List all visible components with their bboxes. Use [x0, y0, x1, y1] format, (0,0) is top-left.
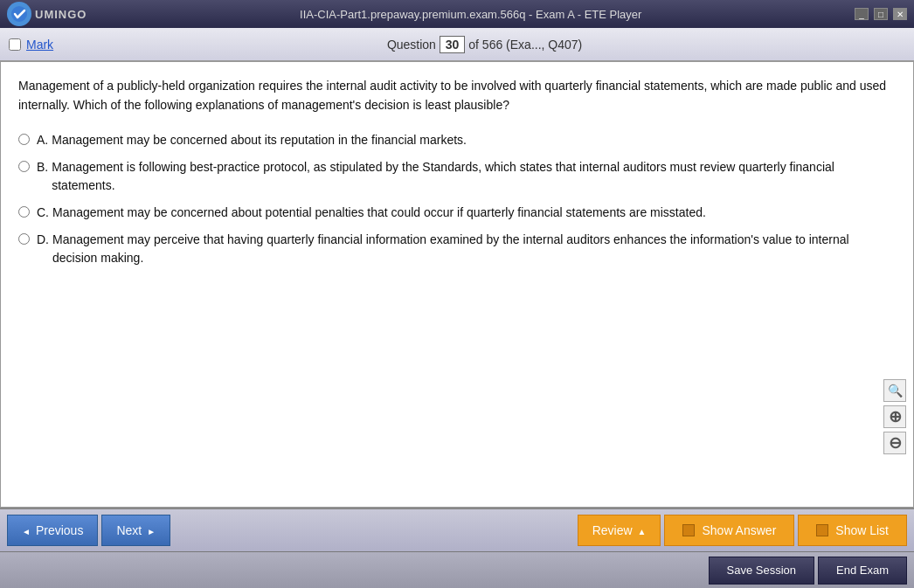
maximize-button[interactable]: □	[874, 8, 888, 20]
end-exam-button[interactable]: End Exam	[818, 557, 907, 585]
title-text: IIA-CIA-Part1.prepaway.premium.exam.566q…	[300, 8, 641, 21]
chevron-left-icon	[22, 523, 31, 537]
question-info: Question 30 of 566 (Exa..., Q407)	[64, 36, 905, 53]
option-d-letter: D.	[37, 231, 49, 267]
close-button[interactable]: ✕	[893, 8, 907, 20]
next-button[interactable]: Next	[101, 515, 170, 546]
option-a: A. Management may be concerned about its…	[18, 131, 896, 149]
option-d: D. Management may perceive that having q…	[18, 231, 896, 267]
logo-text: UMINGO	[35, 8, 87, 21]
zoom-in-button[interactable]: ⊕	[883, 405, 906, 428]
minimize-button[interactable]: _	[855, 8, 869, 20]
option-c: C. Management may be concerned about pot…	[18, 204, 896, 222]
toolbar: Mark Question 30 of 566 (Exa..., Q407)	[0, 28, 914, 61]
search-button[interactable]: 🔍	[883, 379, 906, 402]
show-answer-button[interactable]: Show Answer	[664, 515, 794, 546]
option-c-letter: C.	[37, 204, 49, 222]
show-answer-checkbox-icon	[682, 524, 695, 536]
logo-icon	[7, 2, 31, 26]
option-b: B. Management is following best-practice…	[18, 158, 896, 195]
option-a-letter: A.	[37, 131, 48, 149]
option-c-text: Management may be concerned about potent…	[52, 204, 706, 222]
show-list-button[interactable]: Show List	[798, 515, 907, 546]
mark-link[interactable]: Mark	[26, 38, 53, 52]
show-list-label: Show List	[835, 523, 889, 537]
option-b-letter: B.	[37, 158, 48, 195]
show-answer-label: Show Answer	[702, 523, 776, 537]
radio-c[interactable]	[18, 206, 30, 218]
radio-d[interactable]	[18, 233, 30, 245]
answer-options: A. Management may be concerned about its…	[18, 131, 896, 267]
save-session-button[interactable]: Save Session	[709, 557, 815, 585]
next-label: Next	[116, 523, 142, 537]
zoom-out-button[interactable]: ⊖	[883, 432, 906, 454]
option-a-text: Management may be concerned about its re…	[52, 131, 467, 149]
review-button[interactable]: Review	[578, 515, 661, 546]
zoom-controls: 🔍 ⊕ ⊖	[883, 379, 906, 454]
title-bar-left: UMINGO	[7, 2, 87, 26]
mark-checkbox[interactable]	[9, 38, 21, 51]
action-bar: Save Session End Exam	[0, 551, 914, 588]
radio-a[interactable]	[18, 134, 30, 145]
radio-b[interactable]	[18, 161, 30, 172]
logo: UMINGO	[7, 2, 87, 26]
show-list-checkbox-icon	[816, 524, 828, 536]
chevron-up-icon	[638, 523, 647, 537]
svg-point-0	[11, 6, 27, 22]
title-bar-controls: _ □ ✕	[855, 8, 907, 20]
previous-button[interactable]: Previous	[7, 515, 98, 546]
previous-label: Previous	[36, 523, 83, 537]
question-total: of 566 (Exa..., Q407)	[468, 38, 582, 52]
option-d-text: Management may perceive that having quar…	[52, 231, 896, 267]
mark-area: Mark	[9, 38, 53, 52]
question-number: 30	[440, 36, 466, 53]
chevron-right-icon	[147, 523, 156, 537]
nav-bar: Previous Next Review Show Answer Show Li…	[0, 508, 914, 551]
main-content: Management of a publicly-held organizati…	[0, 61, 914, 508]
question-text: Management of a publicly-held organizati…	[18, 76, 896, 115]
review-label: Review	[592, 523, 633, 537]
option-b-text: Management is following best-practice pr…	[52, 158, 896, 195]
title-bar: UMINGO IIA-CIA-Part1.prepaway.premium.ex…	[0, 0, 914, 28]
question-label: Question	[387, 38, 436, 52]
